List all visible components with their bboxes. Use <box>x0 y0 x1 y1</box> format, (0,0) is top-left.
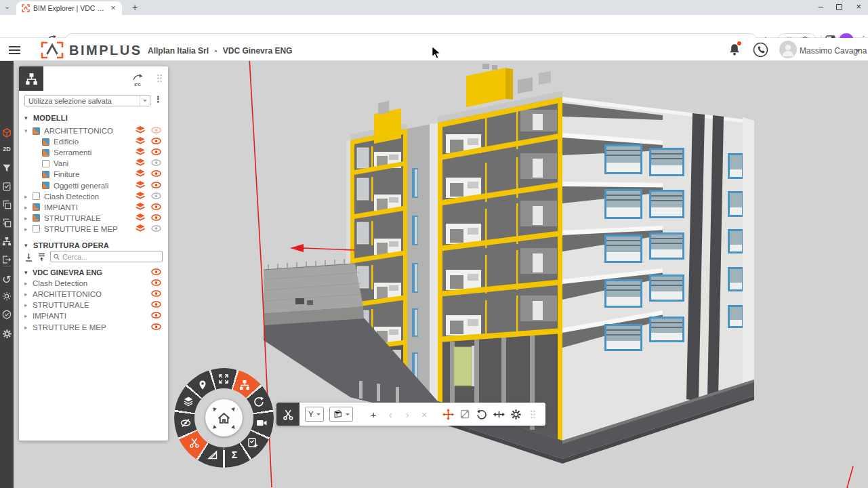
visibility-eye-icon[interactable] <box>151 138 163 146</box>
search-input[interactable] <box>62 253 159 261</box>
tree-row[interactable]: ▸STRUTTURE E MEP <box>24 224 163 235</box>
task-add-icon[interactable] <box>247 437 258 448</box>
move-clip-button[interactable] <box>440 405 457 423</box>
visibility-eye-icon[interactable] <box>151 170 163 178</box>
expander-icon[interactable]: ▸ <box>24 215 33 222</box>
section-caret-icon[interactable]: ▾ <box>24 115 33 121</box>
settings-gear-icon[interactable] <box>2 329 12 338</box>
tree-row[interactable]: ▸STRUTTURALE <box>24 213 163 224</box>
tree-row[interactable]: ▸STRUTTURALE <box>24 300 163 310</box>
model-checkbox[interactable] <box>42 160 49 167</box>
visibility-eye-icon[interactable] <box>151 312 163 320</box>
collapse-all-icon[interactable] <box>37 252 47 262</box>
user-avatar[interactable] <box>779 41 797 61</box>
delete-clip-button[interactable]: × <box>416 405 433 423</box>
model-checkbox[interactable] <box>33 225 40 232</box>
model-stack-icon[interactable] <box>136 181 145 190</box>
visibility-eye-icon[interactable] <box>151 148 163 157</box>
model-stack-icon[interactable] <box>136 137 145 146</box>
layers-icon[interactable] <box>183 396 194 407</box>
tree-row[interactable]: ▸IMPIANTI <box>24 310 163 321</box>
brightness-icon[interactable] <box>2 291 12 301</box>
structure-icon[interactable] <box>2 237 12 246</box>
model-checkbox[interactable] <box>33 203 40 211</box>
clip-tool-button[interactable] <box>276 403 299 426</box>
expander-icon[interactable]: ▸ <box>24 324 33 331</box>
model-stack-icon[interactable] <box>136 203 145 212</box>
ifc-export-button[interactable]: IFC <box>130 72 145 87</box>
filter-icon[interactable] <box>2 163 12 173</box>
model-checkbox[interactable] <box>33 127 40 135</box>
expand-all-icon[interactable] <box>24 252 35 262</box>
flip-clip-button[interactable] <box>457 405 474 423</box>
tree-row[interactable]: ▸Clash Detection <box>24 278 163 289</box>
hamburger-menu-icon[interactable] <box>9 44 20 56</box>
clip-settings-button[interactable] <box>508 405 524 423</box>
expander-icon[interactable]: ▸ <box>24 280 33 287</box>
new-tab-button[interactable]: + <box>129 2 141 13</box>
visibility-eye-icon[interactable] <box>151 192 163 201</box>
saved-selection-dropdown[interactable]: Utilizza selezione salvata <box>24 95 150 106</box>
clip-axis-dropdown[interactable]: Y <box>305 407 324 422</box>
merge-structure-icon[interactable] <box>2 255 12 264</box>
tab-structure[interactable] <box>19 66 43 91</box>
search-input-wrap[interactable] <box>50 251 163 262</box>
model-checkbox[interactable] <box>42 138 49 146</box>
model-checkbox[interactable] <box>33 192 40 200</box>
visibility-eye-icon[interactable] <box>151 279 163 287</box>
tree-row[interactable]: Vani <box>24 158 163 169</box>
browser-tab[interactable]: BIM Explorer | VDC Ginevra EN × <box>16 1 122 15</box>
tree-row[interactable]: Oggetti generali <box>24 180 163 190</box>
model-stack-icon[interactable] <box>136 148 145 157</box>
model-stack-icon[interactable] <box>136 126 145 136</box>
tree-row[interactable]: Finiture <box>24 169 163 180</box>
tree-row[interactable]: Edificio <box>24 136 163 147</box>
expander-icon[interactable]: ▸ <box>24 312 33 319</box>
wheel-home-hub[interactable] <box>205 399 243 436</box>
locate-pin-icon[interactable] <box>197 380 208 390</box>
tree-row[interactable]: ▸IMPIANTI <box>24 202 163 213</box>
notifications-bell-icon[interactable] <box>728 43 741 59</box>
expander-icon[interactable]: ▸ <box>24 291 33 298</box>
visibility-eye-icon[interactable] <box>151 301 163 309</box>
paste-objects-icon[interactable] <box>2 218 12 228</box>
add-clip-plane-button[interactable]: + <box>365 405 382 423</box>
selection-menu-icon[interactable]: ⋮ <box>154 94 163 104</box>
visibility-eye-icon[interactable] <box>151 159 163 167</box>
tab-search-icon[interactable]: ⌄ <box>4 2 10 11</box>
tree-row[interactable]: ▸Clash Detection <box>24 191 163 202</box>
visibility-eye-icon[interactable] <box>151 225 163 233</box>
rotate-clip-button[interactable] <box>474 405 491 423</box>
models-section-header[interactable]: ▾ MODELLI <box>24 114 163 122</box>
model-checkbox[interactable] <box>42 171 49 178</box>
window-close-button[interactable]: × <box>856 1 861 12</box>
model-checkbox[interactable] <box>42 149 49 157</box>
sum-icon[interactable]: Σ <box>229 449 240 460</box>
toolbar-drag-handle[interactable] <box>524 405 541 423</box>
tab-close-icon[interactable]: × <box>108 3 118 13</box>
model-3d-icon[interactable] <box>2 128 12 138</box>
visibility-eye-icon[interactable] <box>151 323 163 331</box>
model-stack-icon[interactable] <box>136 214 145 223</box>
wheel-clip-icon[interactable] <box>189 437 200 448</box>
approve-icon[interactable] <box>2 310 12 319</box>
rotate-view-icon[interactable] <box>253 396 264 407</box>
panel-drag-handle[interactable] <box>157 73 163 85</box>
expander-icon[interactable]: ▸ <box>24 193 33 200</box>
fullscreen-icon[interactable] <box>218 373 229 384</box>
tasks-icon[interactable] <box>2 182 12 191</box>
section-caret-icon[interactable]: ▾ <box>24 242 33 249</box>
expander-icon[interactable]: ▾ <box>24 127 33 134</box>
model-checkbox[interactable] <box>42 182 49 189</box>
measure-icon[interactable] <box>207 449 218 460</box>
tree-row[interactable]: Serramenti <box>24 147 163 158</box>
visibility-eye-icon[interactable] <box>151 182 163 190</box>
offset-clip-button[interactable] <box>491 405 508 423</box>
structure-section-header[interactable]: ▾ STRUTTURA OPERA <box>24 241 163 249</box>
window-maximize-button[interactable] <box>836 4 842 10</box>
view-2d-icon[interactable]: 2D <box>2 146 12 155</box>
wheel-structure-icon[interactable] <box>239 380 250 390</box>
user-menu-caret-icon[interactable] <box>855 49 861 55</box>
copy-icon[interactable] <box>2 200 12 209</box>
history-undo-icon[interactable] <box>2 271 12 281</box>
